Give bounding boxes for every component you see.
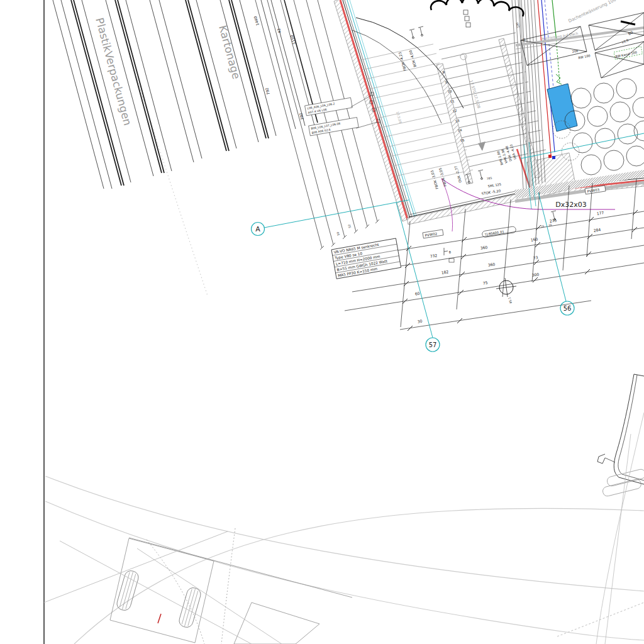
note-box-1: L06_A06_L06_L06.2 A07.4 U6 L06	[305, 92, 374, 116]
red-tick-mark	[158, 614, 161, 623]
svg-text:284: 284	[593, 227, 601, 233]
revision-cloud	[431, 0, 523, 16]
svg-text:FBOK -3,03: FBOK -3,03	[430, 170, 439, 190]
svg-text:RW 100: RW 100	[578, 53, 591, 60]
stair-number: 14	[457, 128, 463, 133]
pipe-dim-100: 100	[516, 22, 520, 28]
blue-riser-endpoint	[552, 156, 555, 159]
svg-text:292: 292	[298, 113, 304, 121]
svg-text:785: 785	[486, 177, 492, 180]
plan-canvas: PlastikVerpackungen Kartonage 1440 42 11…	[0, 0, 644, 644]
meter-box-stack	[464, 10, 470, 27]
building-bottom-wall	[407, 149, 644, 225]
svg-text:360: 360	[487, 262, 496, 267]
duct-small-label: SML 125	[487, 182, 501, 188]
svg-text:STOK -5,20: STOK -5,20	[481, 189, 501, 196]
red-riser-line	[538, 0, 551, 155]
svg-text:50: 50	[336, 231, 340, 236]
cad-site-plan-sheet: PlastikVerpackungen Kartonage 1440 42 11…	[0, 0, 644, 644]
red-riser-endpoint	[548, 155, 552, 158]
svg-text:42: 42	[276, 28, 282, 33]
svg-text:21: 21	[541, 225, 545, 228]
radiator-spec-table: VR-VO NR65 M senkrecht Type V80 se 10 L=…	[331, 238, 401, 279]
storage-lane-stripes	[53, 0, 318, 189]
svg-text:52: 52	[348, 224, 352, 228]
svg-text:732: 732	[430, 253, 438, 258]
bubble-56: 56	[564, 305, 572, 312]
blue-door-leaf	[547, 84, 577, 131]
svg-text:30: 30	[417, 318, 423, 323]
bubble-57: 57	[429, 341, 437, 348]
green-channel-labels: RW-Kanal 100 RW 100	[578, 47, 643, 60]
svg-text:RW-Kanal 100: RW-Kanal 100	[615, 50, 637, 58]
stair-arrow-head	[478, 142, 486, 151]
green-pipe-line	[552, 0, 556, 36]
truck-wheel	[116, 569, 140, 612]
b-marker: B	[444, 248, 454, 262]
svg-text:15: 15	[548, 223, 552, 227]
storage-area-label-kartonage: Kartonage	[216, 24, 243, 80]
svg-text:1440: 1440	[253, 16, 260, 26]
stair-number: 11	[450, 99, 455, 104]
bubble-a: A	[255, 225, 260, 233]
green-valve-symbol	[556, 74, 562, 84]
truck-wheel	[178, 586, 203, 629]
svg-text:FBOK -4,23: FBOK -4,23	[398, 52, 407, 72]
svg-text:85.1: 85.1	[508, 297, 513, 304]
svg-text:BOK -4,00: BOK -4,00	[408, 50, 417, 68]
storage-area-label-plastik: PlastikVerpackungen	[93, 16, 134, 127]
svg-text:B: B	[448, 250, 452, 254]
stair-number: 12	[452, 109, 457, 113]
svg-text:OUK -2,77: OUK -2,77	[453, 165, 462, 183]
stair-number: 10	[447, 89, 453, 94]
svg-text:300: 300	[531, 272, 540, 277]
building-left-wall	[334, 0, 416, 221]
svg-text:182: 182	[441, 269, 449, 275]
survey-point: 85.1	[496, 278, 516, 304]
duct-label: Dx32x03	[555, 201, 586, 209]
svg-text:360: 360	[480, 245, 488, 250]
svg-text:75: 75	[482, 280, 488, 285]
stair-number: 15	[460, 138, 465, 143]
svg-text:73: 73	[533, 255, 538, 260]
svg-text:160: 160	[530, 236, 538, 242]
stair-number: 13	[455, 118, 460, 123]
roof-drainage-band	[516, 21, 644, 49]
blue-level-annotations: BHK 2,80 VHK 2,98 DUK -4,48 UKA -4,23	[496, 144, 517, 166]
truck-mirror	[597, 454, 605, 464]
truck-parking-area	[44, 528, 352, 644]
svg-text:235: 235	[549, 218, 557, 223]
svg-text:177: 177	[596, 210, 604, 216]
svg-text:60: 60	[414, 291, 420, 296]
